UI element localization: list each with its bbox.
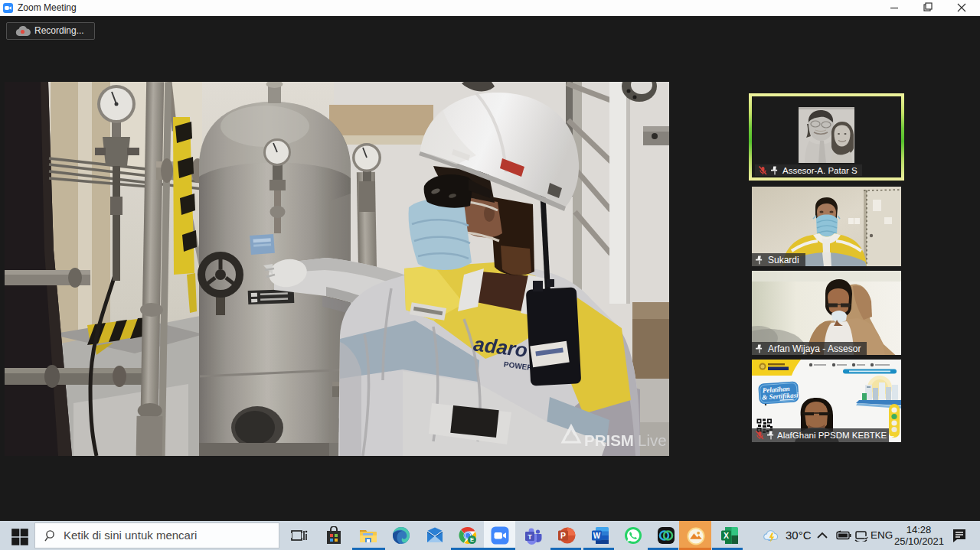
svg-text:E: E xyxy=(470,536,474,543)
svg-text:T: T xyxy=(528,533,532,541)
svg-text:W: W xyxy=(593,532,601,540)
svg-text:X: X xyxy=(724,531,729,540)
svg-text:P: P xyxy=(560,531,566,540)
svg-text:Live: Live xyxy=(638,431,667,449)
svg-text:PRISM: PRISM xyxy=(584,431,634,449)
